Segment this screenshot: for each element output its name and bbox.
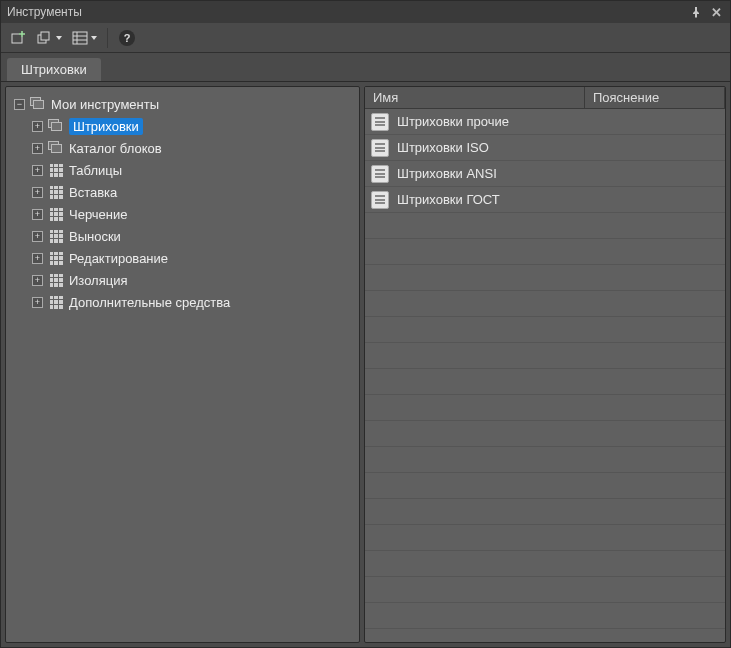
tree-item-label: Каталог блоков <box>69 141 162 156</box>
list-header: Имя Пояснение <box>365 87 725 109</box>
tree-item-label: Вставка <box>69 185 117 200</box>
stack-icon <box>48 141 64 155</box>
document-icon <box>371 191 389 209</box>
list-row-empty <box>365 291 725 317</box>
tab-active[interactable]: Штриховки <box>7 58 101 81</box>
list-row-empty <box>365 473 725 499</box>
grid-icon <box>48 295 64 309</box>
grid-icon <box>48 163 64 177</box>
toolbar-separator <box>107 28 108 48</box>
collapse-icon[interactable]: − <box>14 99 25 110</box>
titlebar: Инструменты ✕ <box>1 1 730 23</box>
list-row-empty <box>365 603 725 629</box>
list-row[interactable]: Штриховки ГОСТ <box>365 187 725 213</box>
list-row-empty <box>365 265 725 291</box>
help-button[interactable]: ? <box>116 27 138 49</box>
main: − Мои инструменты +Штриховки+Каталог бло… <box>1 81 730 647</box>
list-row-empty <box>365 525 725 551</box>
tree-item-label: Черчение <box>69 207 128 222</box>
list-row-empty <box>365 629 725 642</box>
toolbar: ? <box>1 23 730 53</box>
cell-name: Штриховки ISO <box>365 139 585 157</box>
palette-root-icon <box>30 97 46 111</box>
list-row-empty <box>365 421 725 447</box>
list-row-empty <box>365 317 725 343</box>
tree-item-label: Выноски <box>69 229 121 244</box>
expand-icon[interactable]: + <box>32 231 43 242</box>
help-icon: ? <box>119 30 135 46</box>
list-row-empty <box>365 213 725 239</box>
list-row[interactable]: Штриховки ANSI <box>365 161 725 187</box>
list-row-empty <box>365 395 725 421</box>
tree-pane[interactable]: − Мои инструменты +Штриховки+Каталог бло… <box>5 86 360 643</box>
expand-icon[interactable]: + <box>32 143 43 154</box>
expand-icon[interactable]: + <box>32 209 43 220</box>
row-name-label: Штриховки ГОСТ <box>397 192 500 207</box>
cell-name: Штриховки ГОСТ <box>365 191 585 209</box>
tree-item-label: Изоляция <box>69 273 127 288</box>
list-row-empty <box>365 577 725 603</box>
tree-item-label: Таблицы <box>69 163 122 178</box>
document-icon <box>371 165 389 183</box>
panel-title: Инструменты <box>7 5 82 19</box>
list-body[interactable]: Штриховки прочиеШтриховки ISOШтриховки A… <box>365 109 725 642</box>
expand-icon[interactable]: + <box>32 253 43 264</box>
list-row-empty <box>365 447 725 473</box>
expand-icon[interactable]: + <box>32 121 43 132</box>
column-header-desc[interactable]: Пояснение <box>585 87 725 108</box>
close-icon[interactable]: ✕ <box>708 4 724 20</box>
tree-root-label: Мои инструменты <box>51 97 159 112</box>
view-mode-button[interactable] <box>70 27 99 49</box>
expand-icon[interactable]: + <box>32 165 43 176</box>
list-row-empty <box>365 369 725 395</box>
list-row-empty <box>365 343 725 369</box>
expand-icon[interactable]: + <box>32 275 43 286</box>
grid-icon <box>48 185 64 199</box>
row-name-label: Штриховки ANSI <box>397 166 497 181</box>
svg-rect-3 <box>41 32 49 40</box>
expand-icon[interactable]: + <box>32 187 43 198</box>
tree-item-label: Редактирование <box>69 251 168 266</box>
document-icon <box>371 113 389 131</box>
tree-item[interactable]: +Каталог блоков <box>10 137 355 159</box>
grid-icon <box>48 273 64 287</box>
grid-icon <box>48 229 64 243</box>
tree-item[interactable]: +Черчение <box>10 203 355 225</box>
tree-item[interactable]: +Выноски <box>10 225 355 247</box>
new-palette-button[interactable] <box>7 27 29 49</box>
column-header-name[interactable]: Имя <box>365 87 585 108</box>
tree-item-label: Штриховки <box>69 118 143 135</box>
row-name-label: Штриховки ISO <box>397 140 489 155</box>
grid-icon <box>48 251 64 265</box>
tree-item[interactable]: +Вставка <box>10 181 355 203</box>
list-row-empty <box>365 239 725 265</box>
tree-item[interactable]: +Изоляция <box>10 269 355 291</box>
new-group-button[interactable] <box>35 27 64 49</box>
stack-icon <box>48 119 64 133</box>
tree-item-label: Дополнительные средства <box>69 295 230 310</box>
list-row-empty <box>365 499 725 525</box>
panel-root: Инструменты ✕ ? Штриховки <box>0 0 731 648</box>
list-pane: Имя Пояснение Штриховки прочиеШтриховки … <box>364 86 726 643</box>
list-row-empty <box>365 551 725 577</box>
document-icon <box>371 139 389 157</box>
chevron-down-icon <box>91 36 97 40</box>
list-row[interactable]: Штриховки прочие <box>365 109 725 135</box>
expand-icon[interactable]: + <box>32 297 43 308</box>
list-row[interactable]: Штриховки ISO <box>365 135 725 161</box>
tabstrip: Штриховки <box>1 53 730 81</box>
tree-root[interactable]: − Мои инструменты <box>10 93 355 115</box>
chevron-down-icon <box>56 36 62 40</box>
grid-icon <box>48 207 64 221</box>
cell-name: Штриховки прочие <box>365 113 585 131</box>
tree-item[interactable]: +Таблицы <box>10 159 355 181</box>
svg-rect-4 <box>73 32 87 44</box>
pin-icon[interactable] <box>688 4 704 20</box>
row-name-label: Штриховки прочие <box>397 114 509 129</box>
tree-item[interactable]: +Дополнительные средства <box>10 291 355 313</box>
tree-item[interactable]: +Штриховки <box>10 115 355 137</box>
cell-name: Штриховки ANSI <box>365 165 585 183</box>
tree-item[interactable]: +Редактирование <box>10 247 355 269</box>
